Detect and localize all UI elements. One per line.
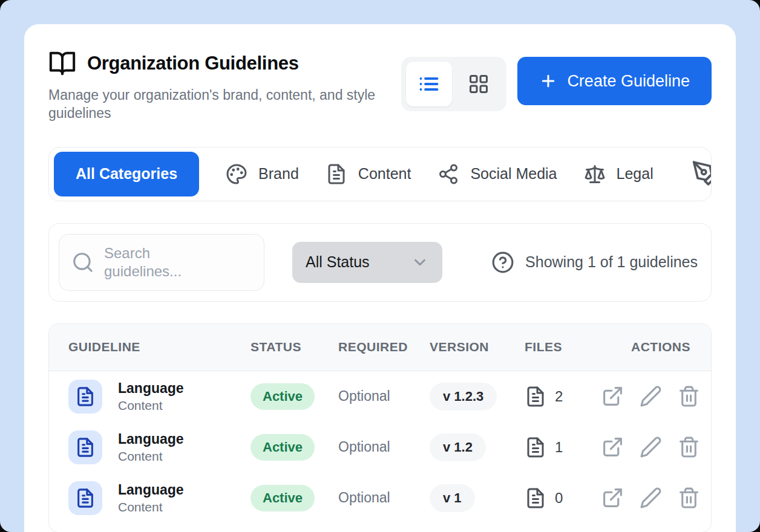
column-actions: ACTIONS [591,340,700,354]
external-link-icon [601,436,624,458]
guidelines-table: GUIDELINE STATUS REQUIRED VERSION FILES … [48,323,712,532]
files-count: 0 [525,487,591,509]
category-content-label: Content [358,165,411,183]
open-button[interactable] [601,487,624,509]
guidelines-card: Organization Guidelines Manage your orga… [24,24,736,532]
create-guideline-label: Create Guideline [567,72,690,91]
trash-icon [678,385,700,407]
files-count: 1 [525,436,591,458]
create-guideline-button[interactable]: Create Guideline [517,57,712,105]
files-count: 2 [525,386,591,407]
category-all-label: All Categories [76,165,177,183]
grid-view-button[interactable] [456,62,502,106]
header-actions: Create Guideline [401,57,712,111]
search-filter-bar: Search guidelines... All Status Showing … [48,223,712,302]
category-legal[interactable]: Legal [584,163,654,185]
page-title: Organization Guidelines [87,53,299,74]
status-dropdown[interactable]: All Status [292,242,442,283]
header-left: Organization Guidelines Manage your orga… [48,50,378,123]
files-count-value: 2 [555,388,563,405]
table-row[interactable]: Language Content Active Optional v 1 0 [49,473,711,524]
file-text-icon [326,163,347,185]
required-value: Optional [338,439,430,455]
table-header: GUIDELINE STATUS REQUIRED VERSION FILES … [49,324,711,371]
file-icon [525,386,546,407]
pencil-icon [640,436,662,458]
pen-tool-icon [692,160,712,186]
required-value: Optional [338,388,430,404]
category-brand-label: Brand [258,165,299,183]
category-legal-label: Legal [617,165,654,183]
delete-button[interactable] [678,385,700,407]
table-row[interactable]: Language Content Active Optional v 1.2 1 [49,422,711,473]
guideline-name: Language [118,431,184,447]
scales-icon [584,163,606,185]
open-button[interactable] [601,436,624,458]
results-count: Showing 1 of 1 guidelines [491,251,699,274]
share-icon [437,163,459,185]
edit-button[interactable] [640,385,662,407]
file-icon [525,436,546,458]
column-guideline: GUIDELINE [68,340,251,354]
plus-icon [539,72,557,90]
category-pen-partial[interactable] [692,160,712,188]
results-count-text: Showing 1 of 1 guidelines [525,253,698,271]
help-circle-icon[interactable] [491,251,514,274]
column-files: FILES [525,340,591,354]
guideline-name: Language [118,380,184,397]
file-icon [525,487,546,509]
page-subtitle: Manage your organization's brand, conten… [48,86,378,123]
trash-icon [678,487,700,509]
column-required: REQUIRED [338,340,430,354]
pencil-icon [640,487,662,509]
book-open-icon [48,50,76,77]
table-row[interactable]: Language Content Active Optional v 1.2.3… [49,371,711,422]
delete-button[interactable] [678,436,700,458]
search-input[interactable]: Search guidelines... [59,234,264,291]
category-content[interactable]: Content [326,163,411,185]
trash-icon [678,436,700,458]
grid-icon [468,73,490,95]
category-brand[interactable]: Brand [226,163,299,185]
list-icon [418,73,440,95]
external-link-icon [601,487,624,509]
category-social-media-label: Social Media [470,165,557,183]
category-filter-bar: All Categories Brand Content Social Medi… [48,147,712,201]
guideline-name: Language [118,482,184,498]
pencil-icon [640,385,662,407]
version-badge: v 1.2.3 [430,383,497,410]
document-icon [68,380,102,414]
delete-button[interactable] [678,487,700,509]
status-dropdown-value: All Status [306,253,370,271]
guideline-category: Content [118,398,184,413]
version-badge: v 1.2 [430,433,486,461]
column-version: VERSION [430,340,525,354]
version-badge: v 1 [430,484,475,512]
open-button[interactable] [601,385,624,407]
palette-icon [226,163,247,185]
edit-button[interactable] [640,487,662,509]
status-badge: Active [251,485,315,511]
search-icon [71,251,94,274]
guideline-category: Content [118,449,184,464]
files-count-value: 1 [555,439,563,456]
app-background: Organization Guidelines Manage your orga… [0,0,760,532]
status-badge: Active [251,383,315,410]
external-link-icon [601,385,624,407]
status-badge: Active [251,434,315,461]
category-social-media[interactable]: Social Media [437,163,557,185]
search-placeholder: Search guidelines... [104,244,204,281]
column-status: STATUS [251,340,338,354]
required-value: Optional [338,490,430,506]
chevron-down-icon [411,253,429,271]
guideline-category: Content [118,500,184,514]
files-count-value: 0 [555,490,563,507]
category-all[interactable]: All Categories [54,152,199,196]
document-icon [68,430,102,464]
document-icon [68,481,102,515]
page-header: Organization Guidelines Manage your orga… [48,50,712,123]
view-toggle [401,57,506,111]
list-view-button[interactable] [406,62,452,106]
edit-button[interactable] [640,436,662,458]
